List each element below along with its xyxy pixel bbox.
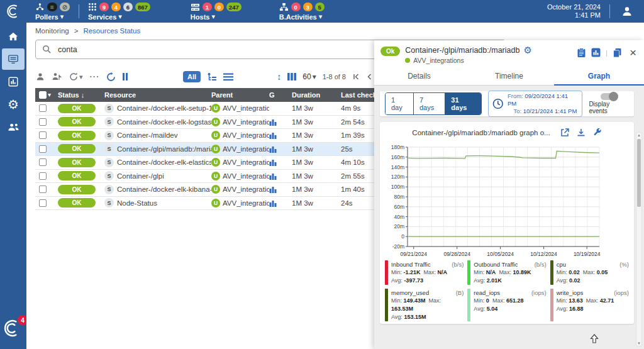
table-row[interactable]: OK S Container-/docker-elk-elasticsearch… [35, 156, 399, 170]
graph-mini-icon[interactable] [269, 172, 277, 180]
services-ok-badge[interactable]: 867 [135, 3, 150, 11]
acknowledge-button[interactable] [35, 72, 45, 82]
services-menu[interactable]: 9 4 6 867 Services▾ [88, 2, 150, 21]
poller-latency-badge[interactable]: ≡ [47, 3, 57, 11]
parent-name[interactable]: AVV_integrations [223, 104, 269, 112]
parent-name[interactable]: AVV_integrations [223, 158, 269, 166]
custom-period-button[interactable]: From: 09/20/2024 1:41 PM To: 10/21/2024 … [488, 91, 582, 117]
list-view-button[interactable] [223, 73, 233, 81]
graph-mini-icon[interactable] [269, 186, 277, 193]
poller-error-badge[interactable]: ⊘ [60, 3, 70, 11]
sidebar-item-home[interactable] [2, 26, 25, 47]
scrollbar-up-icon[interactable]: ▲ [636, 133, 641, 137]
header-parent[interactable]: Parent [211, 91, 269, 99]
table-row[interactable]: OK S Container-/docker-elk-setup-1 U AVV… [35, 102, 399, 116]
panel-scrollbar[interactable]: ▲ ▼ [636, 132, 642, 346]
more-actions-icon[interactable]: ⋯ [89, 72, 99, 82]
select-all-checkbox[interactable] [39, 91, 47, 99]
row-checkbox[interactable] [39, 172, 47, 180]
header-resource[interactable]: Resource [104, 91, 211, 99]
legend-item[interactable]: write_iops (iops) Min: 13.63 Max: 42.71 … [550, 289, 629, 321]
resource-name[interactable]: Container-/docker-elk-setup-1 [117, 104, 211, 112]
hosts-menu[interactable]: 1 0 247 Hosts▾ [191, 2, 242, 21]
row-checkbox[interactable] [39, 158, 47, 166]
wrench-icon[interactable] [593, 128, 602, 137]
prev-page-button[interactable] [366, 73, 372, 80]
ba-ok-badge[interactable]: 5 [315, 3, 325, 11]
pause-refresh-button[interactable] [123, 73, 128, 80]
scrollbar-thumb[interactable] [637, 139, 641, 207]
graph-mini-icon[interactable] [269, 199, 277, 207]
columns-settings-button[interactable] [287, 73, 296, 80]
legend-item[interactable]: memory_used (B) Min: 149.43M Max: 163.53… [385, 289, 464, 321]
row-checkbox[interactable] [39, 104, 47, 112]
centreon-logo[interactable] [0, 4, 26, 19]
graph-shortcut-button[interactable] [591, 48, 601, 57]
tab-details[interactable]: Details [374, 68, 464, 85]
sidebar-item-administration[interactable] [2, 116, 25, 138]
ba-critical-badge[interactable]: 0 [291, 3, 301, 11]
resource-name[interactable]: Node-Status [117, 199, 157, 207]
parent-name[interactable]: AVV_integrations [223, 186, 269, 193]
ba-warning-badge[interactable]: 3 [303, 3, 313, 11]
pollers-menu[interactable]: ≡ ⊘ Pollers▾ [35, 2, 70, 21]
services-critical-badge[interactable]: 9 [99, 3, 109, 11]
parent-name[interactable]: AVV_integrations [223, 145, 269, 153]
display-events-toggle[interactable] [601, 93, 617, 100]
sidebar-item-monitoring[interactable] [2, 48, 25, 70]
panel-parent-name[interactable]: AVV_integrations [413, 57, 464, 64]
download-icon[interactable] [577, 128, 586, 137]
bactivities-menu[interactable]: 0 3 5 B.Activities▾ [279, 2, 325, 21]
resource-name[interactable]: Container-/docker-elk-elasticsearch-1 [117, 158, 211, 166]
parent-name[interactable]: AVV_integrations [223, 131, 269, 139]
table-row[interactable]: OK S Container-/glpi/mariadb:/mariadb U … [35, 143, 399, 157]
chevron-down-icon[interactable]: ▾ [48, 92, 51, 98]
user-menu-button[interactable] [610, 5, 644, 18]
header-graph[interactable]: G [269, 91, 292, 99]
tab-timeline[interactable]: Timeline [464, 68, 554, 85]
page-size-select[interactable]: 60 ▾ [303, 72, 316, 81]
hosts-unreachable-badge[interactable]: 0 [214, 3, 224, 11]
downtime-button[interactable] [52, 72, 62, 82]
graph-mini-icon[interactable] [269, 118, 277, 126]
row-checkbox[interactable] [39, 186, 47, 193]
sidebar-item-reporting[interactable] [2, 71, 25, 92]
table-row[interactable]: OK S Container-/maildev U AVV_integratio… [35, 129, 399, 143]
parent-name[interactable]: AVV_integrations [223, 172, 269, 180]
close-panel-icon[interactable]: × [630, 47, 636, 58]
resource-name[interactable]: Container-/glpi [117, 172, 164, 180]
resource-name[interactable]: Container-/glpi/mariadb:/mariadb [117, 145, 211, 153]
check-button[interactable]: ▾ [69, 72, 83, 82]
scrollbar-down-icon[interactable]: ▼ [636, 341, 641, 345]
refresh-button[interactable] [106, 72, 116, 82]
graph-mini-icon[interactable] [269, 158, 277, 166]
range-1day-button[interactable]: 1 day [386, 93, 414, 114]
row-checkbox[interactable] [39, 131, 47, 139]
header-duration[interactable]: Duration [292, 91, 341, 99]
parent-name[interactable]: AVV_integrations [223, 118, 269, 126]
table-row[interactable]: OK S Container-/docker-elk-logstash-1 U … [35, 116, 399, 130]
copy-link-button[interactable] [613, 48, 622, 58]
header-status[interactable]: Status ↓ [58, 91, 104, 99]
breadcrumb-page[interactable]: Resources Status [83, 27, 140, 35]
acknowledge-resource-button[interactable] [577, 48, 586, 58]
resource-settings-gear-icon[interactable]: ⚙ [523, 45, 531, 55]
row-checkbox[interactable] [39, 199, 47, 207]
first-page-button[interactable] [352, 73, 360, 80]
sidebar-item-configuration[interactable]: ⚙ [2, 94, 25, 115]
legend-item[interactable]: cpu (%) Min: 0.02 Max: 0.05 Avg: 0.02 [550, 260, 629, 285]
legend-item[interactable]: Outbound Traffic (b/s) Min: N/A Max: 10.… [467, 260, 546, 285]
resource-name[interactable]: Container-/docker-elk-logstash-1 [117, 118, 211, 126]
services-warning-badge[interactable]: 4 [111, 3, 121, 11]
parent-name[interactable]: AVV_integrations [223, 199, 269, 207]
view-all-button[interactable]: All [183, 71, 201, 82]
legend-item[interactable]: read_iops (iops) Min: 0 Max: 651.28 Avg:… [467, 289, 546, 321]
table-row[interactable]: OK S Node-Status U AVV_integrations 1M 3… [35, 197, 399, 211]
expand-rows-icon[interactable]: ↕ [277, 72, 281, 81]
row-checkbox[interactable] [39, 145, 47, 153]
tab-graph[interactable]: Graph [554, 68, 644, 85]
table-row[interactable]: OK S Container-/docker-elk-kibana-1 U AV… [35, 183, 399, 197]
graph-chart[interactable]: 180m160m140m120m100m80m60m40m20m0-20m09/… [385, 142, 629, 258]
open-in-new-icon[interactable] [560, 128, 569, 137]
row-checkbox[interactable] [39, 118, 47, 126]
